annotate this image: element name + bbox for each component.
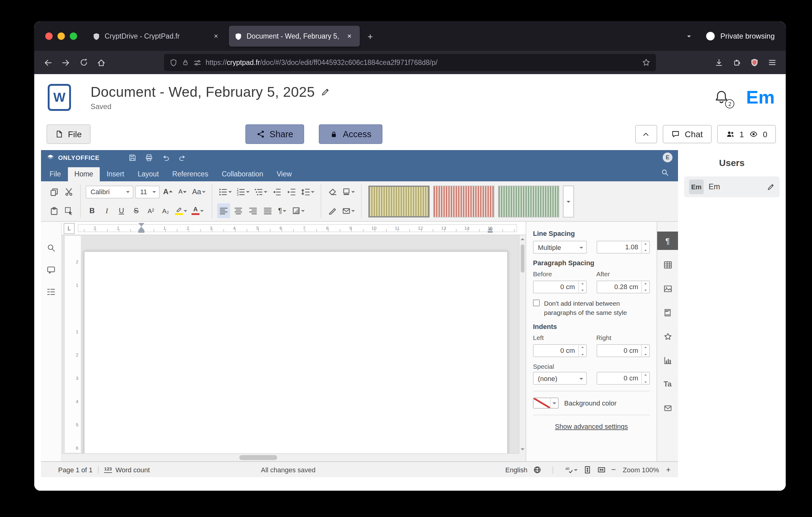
paragraph-color-icon[interactable] [341,184,356,199]
header-footer-settings-icon[interactable] [657,303,678,322]
align-right-icon[interactable] [246,203,259,218]
spin-down-icon[interactable] [642,379,649,384]
change-case-icon[interactable]: Aa [191,184,206,199]
notifications-bell-icon[interactable]: 2 [715,89,730,105]
spin-up-icon[interactable] [579,281,586,287]
home-icon[interactable] [92,54,110,71]
bookmark-star-icon[interactable] [642,58,650,67]
style-thumbnail-1[interactable] [368,185,429,217]
extensions-puzzle-icon[interactable] [728,54,745,71]
no-color-swatch[interactable] [533,399,550,408]
spin-up-icon[interactable] [642,373,649,379]
styles-gallery-expand-icon[interactable] [563,185,574,217]
navigation-headings-icon[interactable] [43,284,59,299]
horizontal-scroll-thumb[interactable] [239,455,277,460]
spin-down-icon[interactable] [579,351,586,357]
vertical-scroll-thumb[interactable] [521,244,524,273]
new-tab-button[interactable]: + [362,28,378,44]
mail-merge-settings-icon[interactable] [657,399,678,417]
menu-tab-insert[interactable]: Insert [100,167,131,181]
indent-right-spinner[interactable]: 0 cm [596,345,650,357]
collapse-toolbar-button[interactable] [635,125,657,143]
vertical-scrollbar[interactable] [519,235,526,453]
fit-width-icon[interactable] [597,465,606,474]
underline-icon[interactable]: U [115,203,128,218]
spin-up-icon[interactable] [642,241,649,247]
menu-tab-references[interactable]: References [166,167,215,181]
list-tabs-chevron-icon[interactable] [682,28,697,44]
spacing-after-spinner[interactable]: 0.28 cm [596,280,650,293]
close-tab-icon[interactable]: × [211,31,221,41]
spin-down-icon[interactable] [642,351,649,357]
font-name-select[interactable]: Calibri [86,185,134,198]
interval-checkbox[interactable] [533,300,540,306]
reload-icon[interactable] [75,54,92,71]
editor-user-badge[interactable]: E [663,153,672,162]
close-window-button[interactable] [45,32,53,40]
cut-icon[interactable] [62,184,75,199]
save-icon[interactable] [125,151,140,164]
permissions-sliders-icon[interactable] [193,58,201,66]
users-presence-button[interactable]: 1 0 [717,125,776,143]
redo-icon[interactable] [175,151,190,164]
find-icon[interactable] [43,240,59,255]
show-advanced-settings-link[interactable]: Show advanced settings [555,423,628,430]
shading-icon[interactable] [290,203,306,218]
decrease-font-icon[interactable]: A [176,184,189,199]
strikethrough-icon[interactable]: S [130,203,143,218]
font-color-icon[interactable]: A [190,203,205,218]
left-indent-marker[interactable] [138,230,144,233]
chat-button[interactable]: Chat [663,125,711,143]
spin-up-icon[interactable] [579,345,586,351]
image-settings-icon[interactable] [657,279,678,298]
bold-icon[interactable]: B [86,203,98,218]
vertical-ruler[interactable]: 21123456 [64,235,81,453]
line-spacing-select[interactable]: Multiple [533,241,586,253]
document-page[interactable] [84,251,508,461]
align-left-icon[interactable] [217,203,230,218]
user-avatar[interactable]: Em [746,88,775,107]
spacing-before-spinner[interactable]: 0 cm [533,280,586,293]
file-menu-button[interactable]: File [47,124,90,144]
url-bar[interactable]: https://cryptpad.fr/doc/#/3/doc/edit/ff0… [164,54,656,71]
special-select[interactable]: (none) [533,372,586,385]
horizontal-scrollbar[interactable] [62,453,519,461]
url-text[interactable]: https://cryptpad.fr/doc/#/3/doc/edit/ff0… [206,59,437,66]
nonprinting-characters-icon[interactable]: ¶ [276,203,289,218]
undo-icon[interactable] [158,151,173,164]
menu-tab-layout[interactable]: Layout [131,167,166,181]
zoom-in-button[interactable]: + [666,465,671,474]
multilevel-list-icon[interactable] [253,184,268,199]
style-thumbnail-3[interactable] [498,185,559,217]
tracking-protection-shield-icon[interactable] [170,58,177,66]
shape-settings-icon[interactable] [657,327,678,346]
copy-icon[interactable] [48,184,61,199]
align-center-icon[interactable] [232,203,244,218]
access-button[interactable]: Access [319,124,382,144]
lock-icon[interactable] [182,59,189,66]
increase-font-icon[interactable]: A [162,184,174,199]
menu-tab-collaboration[interactable]: Collaboration [215,167,270,181]
tab-stop-selector[interactable]: L [64,223,75,234]
scroll-up-icon[interactable] [520,236,526,243]
table-settings-icon[interactable] [657,255,678,274]
horizontal-ruler[interactable]: L 21123456789101112131415 [62,222,526,235]
menu-hamburger-icon[interactable] [763,54,781,71]
print-icon[interactable] [142,151,156,164]
chart-settings-icon[interactable] [657,351,678,370]
spin-up-icon[interactable] [642,281,649,287]
background-color-swatch[interactable] [533,398,559,409]
fit-page-icon[interactable] [583,465,592,474]
forward-icon[interactable] [57,54,75,71]
subscript-icon[interactable]: A₂ [159,203,172,218]
font-size-select[interactable]: 11 [135,185,160,198]
spell-check-icon[interactable]: ab [564,465,578,474]
superscript-icon[interactable]: A² [144,203,157,218]
ublock-origin-icon[interactable] [745,54,763,71]
swatch-chevron-icon[interactable] [550,399,558,408]
tab-document-active[interactable]: Document - Wed, February 5, 2025 × [229,26,360,47]
spin-up-icon[interactable] [642,345,649,351]
back-icon[interactable] [39,54,57,71]
downloads-icon[interactable] [710,54,728,71]
editor-search-icon[interactable] [654,165,676,181]
